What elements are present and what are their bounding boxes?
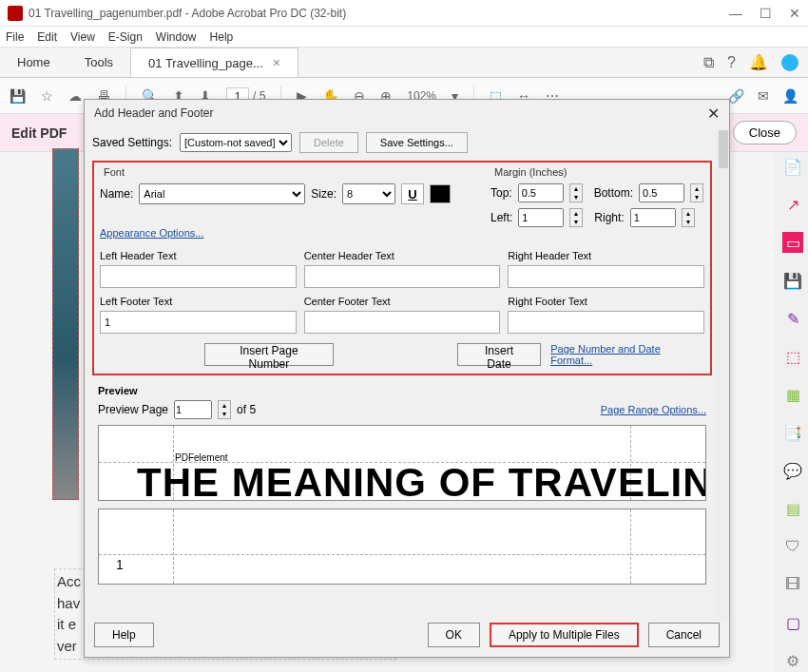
left-header-label: Left Header Text <box>100 250 177 261</box>
margin-left-label: Left: <box>491 211 512 224</box>
margin-legend: Margin (Inches) <box>491 166 704 178</box>
appearance-options-link[interactable]: Appearance Options... <box>100 227 203 239</box>
preview-heading: THE MEANING OF TRAVELING <box>137 460 706 501</box>
page-range-options-link[interactable]: Page Range Options... <box>601 404 706 415</box>
notifications-icon[interactable]: 🔔 <box>749 53 768 71</box>
preview-label: Preview <box>92 381 712 400</box>
right-header-input[interactable] <box>508 265 704 288</box>
edit-pdf-tool-icon[interactable]: ▭ <box>782 232 803 253</box>
help-icon[interactable]: ? <box>727 54 736 71</box>
margin-bottom-input[interactable] <box>639 183 684 202</box>
right-footer-label: Right Footer Text <box>508 296 587 307</box>
margin-top-label: Top: <box>491 186 512 200</box>
font-name-select[interactable]: Arial <box>139 183 305 204</box>
close-window-button[interactable]: ✕ <box>789 6 800 21</box>
margin-right-input[interactable] <box>630 208 676 227</box>
preview-page-label: Preview Page <box>98 403 168 416</box>
center-footer-input[interactable] <box>304 311 501 334</box>
tab-home[interactable]: Home <box>0 48 67 77</box>
dialog-title-bar: Add Header and Footer ✕ <box>85 100 729 126</box>
minimize-button[interactable]: — <box>729 6 742 21</box>
cloud-upload-icon[interactable]: ☁ <box>68 88 82 104</box>
avatar[interactable] <box>781 54 798 71</box>
menu-edit[interactable]: Edit <box>37 30 57 44</box>
saved-settings-row: Saved Settings: [Custom-not saved] Delet… <box>92 132 712 153</box>
font-group: Font Name: Arial Size: 8 U Appearance Op… <box>100 166 481 240</box>
insert-date-button[interactable]: Insert Date <box>457 343 541 366</box>
dialog-close-icon[interactable]: ✕ <box>707 105 720 123</box>
margin-right-spinner[interactable]: ▴▾ <box>682 208 695 227</box>
help-button[interactable]: Help <box>94 623 154 647</box>
app-switch-icon[interactable]: ⧉ <box>703 54 714 71</box>
margin-top-input[interactable] <box>518 183 564 202</box>
compress-icon[interactable]: ▦ <box>782 384 803 405</box>
margin-top-spinner[interactable]: ▴▾ <box>569 183 583 202</box>
redact-icon[interactable]: ▤ <box>782 498 803 519</box>
combine-icon[interactable]: 📑 <box>782 422 803 443</box>
header-text-grid: Left Header Text Center Header Text Righ… <box>100 250 704 288</box>
preview-page-row: Preview Page ▴▾ of 5 Page Range Options.… <box>92 400 712 425</box>
insert-row: Insert Page Number Insert Date Page Numb… <box>100 343 704 366</box>
preview-page-input[interactable] <box>174 400 212 419</box>
center-header-input[interactable] <box>304 265 501 288</box>
protect-icon[interactable]: 🛡 <box>782 536 803 557</box>
link-icon[interactable]: 🔗 <box>728 88 744 104</box>
page-thumbnail <box>52 148 79 500</box>
font-legend: Font <box>100 166 481 178</box>
preview-page-number: 1 <box>116 557 124 572</box>
font-name-label: Name: <box>100 187 133 201</box>
saved-settings-select[interactable]: [Custom-not saved] <box>180 133 292 152</box>
menu-window[interactable]: Window <box>156 30 197 44</box>
maximize-button[interactable]: ☐ <box>760 6 772 21</box>
sign-icon[interactable]: ✎ <box>782 308 803 329</box>
save-icon[interactable]: 💾 <box>10 88 26 104</box>
email-icon[interactable]: ✉ <box>758 88 769 104</box>
preview-panes: PDFelement THE MEANING OF TRAVELING 1 <box>92 425 712 585</box>
right-footer-input[interactable] <box>508 311 704 334</box>
ok-button[interactable]: OK <box>428 623 480 647</box>
margin-bottom-spinner[interactable]: ▴▾ <box>690 183 703 202</box>
preview-page-spinner[interactable]: ▴▾ <box>218 400 231 419</box>
preview-header-pane: PDFelement THE MEANING OF TRAVELING <box>98 425 706 501</box>
font-size-select[interactable]: 8 <box>342 183 395 204</box>
insert-page-number-button[interactable]: Insert Page Number <box>204 343 335 366</box>
export-pdf-icon[interactable]: ↗ <box>782 194 803 215</box>
more-tools-side-icon[interactable]: ⚙ <box>782 650 803 671</box>
create-pdf-icon[interactable]: 📄 <box>782 156 803 177</box>
save-cloud-icon[interactable]: 💾 <box>782 270 803 291</box>
menu-help[interactable]: Help <box>210 30 234 44</box>
tab-tools[interactable]: Tools <box>67 48 130 77</box>
delete-button[interactable]: Delete <box>299 132 358 153</box>
underline-button[interactable]: U <box>401 183 424 204</box>
margin-left-spinner[interactable]: ▴▾ <box>569 208 583 227</box>
tab-document-label: 01 Travelling_page... <box>148 56 263 70</box>
center-header-label: Center Header Text <box>304 250 394 261</box>
menu-bar: File Edit View E-Sign Window Help <box>0 27 808 48</box>
center-footer-label: Center Footer Text <box>304 296 391 307</box>
left-header-input[interactable] <box>100 265 297 288</box>
dialog-body: Saved Settings: [Custom-not saved] Delet… <box>85 126 729 619</box>
left-footer-input[interactable] <box>100 311 297 334</box>
star-icon[interactable]: ☆ <box>41 88 53 104</box>
form-icon[interactable]: ▢ <box>782 612 803 633</box>
comment-icon[interactable]: 💬 <box>782 460 803 481</box>
close-tab-icon[interactable]: × <box>273 55 280 70</box>
page-number-date-format-link[interactable]: Page Number and Date Format... <box>550 343 704 366</box>
organize-icon[interactable]: ⬚ <box>782 346 803 367</box>
preview-of-label: of 5 <box>237 403 256 416</box>
close-edit-button[interactable]: Close <box>733 121 797 144</box>
tab-document[interactable]: 01 Travelling_page... × <box>130 48 298 77</box>
media-icon[interactable]: 🎞 <box>782 574 803 595</box>
window-title: 01 Travelling_pagenumber.pdf - Adobe Acr… <box>29 7 729 20</box>
app-icon <box>8 6 23 21</box>
window-controls: — ☐ ✕ <box>729 6 800 21</box>
font-color-swatch[interactable] <box>430 184 451 203</box>
save-settings-button[interactable]: Save Settings... <box>366 132 468 153</box>
account-icon[interactable]: 👤 <box>782 88 798 104</box>
menu-file[interactable]: File <box>6 30 24 44</box>
cancel-button[interactable]: Cancel <box>648 623 720 647</box>
margin-left-input[interactable] <box>518 208 564 227</box>
menu-esign[interactable]: E-Sign <box>108 30 143 44</box>
menu-view[interactable]: View <box>70 30 95 44</box>
apply-multiple-files-button[interactable]: Apply to Multiple Files <box>490 623 639 647</box>
